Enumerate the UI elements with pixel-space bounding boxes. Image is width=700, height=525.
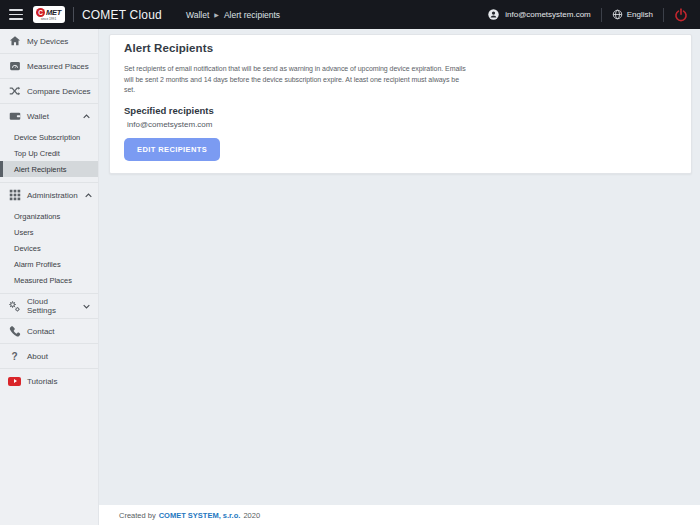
sidebar-item-label: Cloud Settings (27, 297, 76, 315)
sidebar-subitem-top-up-credit[interactable]: Top Up Credit (0, 145, 98, 161)
sidebar-subitem-label: Alarm Profiles (14, 260, 61, 269)
sidebar-item-label: Compare Devices (27, 87, 91, 96)
main-content: Alert Recipients Set recipients of email… (99, 29, 700, 505)
recipient-email: info@cometsystem.com (127, 120, 677, 129)
sidebar-subitem-alert-recipients[interactable]: Alert Recipients (0, 161, 98, 177)
topbar-divider (601, 8, 602, 22)
footer-prefix: Created by (119, 511, 156, 520)
alert-recipients-card: Alert Recipients Set recipients of email… (109, 34, 692, 174)
sidebar-item-contact[interactable]: Contact (0, 318, 98, 343)
logo-divider (73, 7, 74, 22)
app-title: COMET Cloud (82, 8, 162, 22)
sidebar-item-label: Measured Places (27, 62, 89, 71)
sidebar-subitem-label: Device Subscription (14, 133, 80, 142)
sidebar-item-about[interactable]: ? About (0, 343, 98, 368)
sidebar-subitem-devices[interactable]: Devices (0, 240, 98, 256)
breadcrumb-parent[interactable]: Wallet (186, 10, 209, 20)
sidebar-item-wallet[interactable]: Wallet (0, 103, 98, 128)
sidebar-item-tutorials[interactable]: Tutorials (0, 368, 98, 393)
youtube-icon (8, 375, 21, 388)
sidebar-subitem-label: Devices (14, 244, 41, 253)
sidebar-subitem-label: Measured Places (14, 276, 72, 285)
wallet-submenu: Device Subscription Top Up Credit Alert … (0, 128, 98, 182)
comet-logo-disc: C (36, 8, 45, 17)
comet-logo-text: MET (46, 9, 61, 17)
administration-submenu: Organizations Users Devices Alarm Profil… (0, 207, 98, 293)
sidebar-item-label: Tutorials (27, 377, 57, 386)
comet-cloud-app: C MET since 1991 COMET Cloud Wallet ▶ Al… (0, 0, 700, 525)
edit-recipients-button[interactable]: EDIT RECIPIENTS (124, 138, 220, 161)
compare-arrows-icon (8, 85, 21, 98)
home-icon (8, 35, 21, 48)
sidebar-subitem-label: Alert Recipients (14, 165, 67, 174)
sidebar-item-administration[interactable]: Administration (0, 182, 98, 207)
phone-icon (8, 325, 21, 338)
company-link[interactable]: COMET SYSTEM, s.r.o. (159, 511, 241, 520)
power-icon (674, 8, 688, 22)
language-label: English (627, 10, 653, 19)
breadcrumb-separator-icon: ▶ (214, 11, 219, 18)
sidebar-subitem-organizations[interactable]: Organizations (0, 208, 98, 224)
hamburger-menu-icon[interactable] (9, 9, 23, 20)
sidebar-subitem-label: Organizations (14, 212, 60, 221)
sidebar-subitem-measured-places[interactable]: Measured Places (0, 272, 98, 288)
sidebar-item-my-devices[interactable]: My Devices (0, 29, 98, 53)
user-account-menu[interactable]: info@cometsystem.com (487, 8, 590, 21)
top-bar: C MET since 1991 COMET Cloud Wallet ▶ Al… (0, 0, 700, 29)
sidebar-item-label: Administration (27, 191, 78, 200)
sidebar-item-label: About (27, 352, 48, 361)
chevron-up-icon (82, 112, 91, 121)
sidebar-item-compare-devices[interactable]: Compare Devices (0, 78, 98, 103)
page-title: Alert Recipients (124, 42, 677, 54)
chevron-up-icon (84, 191, 93, 200)
description-text: Set recipients of email notification tha… (124, 64, 466, 96)
sidebar-subitem-device-subscription[interactable]: Device Subscription (0, 129, 98, 145)
comet-logo: C MET since 1991 (33, 6, 65, 22)
grid-icon (8, 189, 21, 202)
topbar-divider (663, 8, 664, 22)
sidebar-nav: My Devices Measured Places Compare Devic… (0, 29, 99, 525)
sidebar-subitem-alarm-profiles[interactable]: Alarm Profiles (0, 256, 98, 272)
sidebar-subitem-label: Top Up Credit (14, 149, 60, 158)
language-selector[interactable]: English (612, 9, 653, 20)
gauge-icon (8, 60, 21, 73)
sidebar-item-cloud-settings[interactable]: Cloud Settings (0, 293, 98, 318)
sidebar-item-measured-places[interactable]: Measured Places (0, 53, 98, 78)
globe-icon (612, 9, 623, 20)
user-email: info@cometsystem.com (505, 10, 590, 19)
sidebar-item-label: Contact (27, 327, 55, 336)
user-circle-icon (487, 8, 500, 21)
sidebar-subitem-users[interactable]: Users (0, 224, 98, 240)
comet-logo-tagline: since 1991 (41, 18, 56, 21)
question-icon: ? (8, 350, 21, 363)
breadcrumb: Wallet ▶ Alert recipients (186, 10, 280, 20)
sidebar-item-label: Wallet (27, 112, 49, 121)
sidebar-item-label: My Devices (27, 37, 68, 46)
footer: Created by COMET SYSTEM, s.r.o. 2020 (99, 505, 700, 525)
sidebar-subitem-label: Users (14, 228, 34, 237)
footer-year: 2020 (243, 511, 260, 520)
chevron-down-icon (82, 302, 91, 311)
wallet-icon (8, 110, 21, 123)
logout-button[interactable] (674, 8, 688, 22)
specified-recipients-heading: Specified recipients (124, 105, 677, 116)
breadcrumb-current: Alert recipients (224, 10, 280, 20)
gears-icon (8, 300, 21, 313)
